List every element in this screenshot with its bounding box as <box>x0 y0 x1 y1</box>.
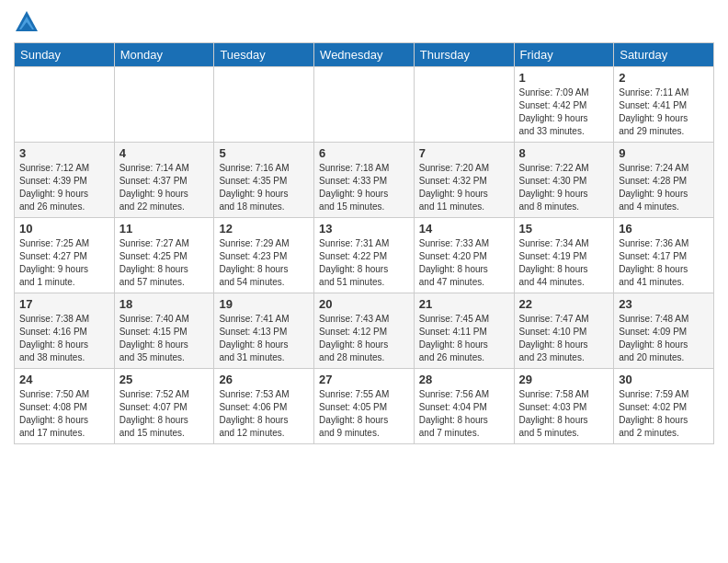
calendar-cell: 4Sunrise: 7:14 AM Sunset: 4:37 PM Daylig… <box>114 143 214 218</box>
day-info: Sunrise: 7:22 AM Sunset: 4:30 PM Dayligh… <box>519 162 609 213</box>
day-number: 28 <box>419 373 509 386</box>
day-info: Sunrise: 7:56 AM Sunset: 4:04 PM Dayligh… <box>419 388 509 440</box>
day-number: 15 <box>519 222 609 236</box>
calendar-cell: 18Sunrise: 7:40 AM Sunset: 4:15 PM Dayli… <box>114 293 214 369</box>
day-info: Sunrise: 7:14 AM Sunset: 4:37 PM Dayligh… <box>119 162 210 213</box>
calendar-cell: 9Sunrise: 7:24 AM Sunset: 4:28 PM Daylig… <box>614 143 714 218</box>
day-number: 12 <box>219 222 309 236</box>
day-number: 2 <box>619 71 709 85</box>
day-number: 14 <box>419 222 509 236</box>
day-number: 4 <box>119 146 210 160</box>
day-number: 30 <box>619 373 709 386</box>
day-info: Sunrise: 7:45 AM Sunset: 4:11 PM Dayligh… <box>419 313 509 364</box>
day-number: 9 <box>619 146 709 160</box>
calendar-cell: 30Sunrise: 7:59 AM Sunset: 4:02 PM Dayli… <box>614 369 714 444</box>
day-number: 3 <box>19 146 109 160</box>
calendar-cell: 1Sunrise: 7:09 AM Sunset: 4:42 PM Daylig… <box>514 67 614 143</box>
calendar-week-row: 17Sunrise: 7:38 AM Sunset: 4:16 PM Dayli… <box>15 293 714 369</box>
day-number: 22 <box>519 297 609 311</box>
day-number: 19 <box>219 297 309 311</box>
day-number: 23 <box>619 297 709 311</box>
calendar-cell <box>414 67 514 143</box>
calendar-weekday-header: Sunday <box>15 43 115 67</box>
day-info: Sunrise: 7:31 AM Sunset: 4:22 PM Dayligh… <box>319 237 409 289</box>
day-info: Sunrise: 7:24 AM Sunset: 4:28 PM Dayligh… <box>619 162 709 213</box>
calendar-weekday-header: Friday <box>514 43 614 67</box>
day-number: 6 <box>319 146 409 160</box>
day-info: Sunrise: 7:34 AM Sunset: 4:19 PM Dayligh… <box>519 237 609 289</box>
calendar-header-row: SundayMondayTuesdayWednesdayThursdayFrid… <box>15 43 714 67</box>
day-number: 27 <box>319 373 409 386</box>
day-info: Sunrise: 7:12 AM Sunset: 4:39 PM Dayligh… <box>19 162 109 213</box>
day-info: Sunrise: 7:11 AM Sunset: 4:41 PM Dayligh… <box>619 86 709 138</box>
calendar-cell <box>214 67 314 143</box>
day-info: Sunrise: 7:55 AM Sunset: 4:05 PM Dayligh… <box>319 388 409 440</box>
day-info: Sunrise: 7:59 AM Sunset: 4:02 PM Dayligh… <box>619 388 709 440</box>
day-info: Sunrise: 7:09 AM Sunset: 4:42 PM Dayligh… <box>519 86 609 138</box>
calendar-cell: 28Sunrise: 7:56 AM Sunset: 4:04 PM Dayli… <box>414 369 514 444</box>
day-number: 25 <box>119 373 210 386</box>
calendar-cell: 19Sunrise: 7:41 AM Sunset: 4:13 PM Dayli… <box>214 293 314 369</box>
calendar-cell: 26Sunrise: 7:53 AM Sunset: 4:06 PM Dayli… <box>214 369 314 444</box>
calendar-cell: 12Sunrise: 7:29 AM Sunset: 4:23 PM Dayli… <box>214 218 314 293</box>
logo-icon <box>14 9 40 35</box>
calendar-cell: 7Sunrise: 7:20 AM Sunset: 4:32 PM Daylig… <box>414 143 514 218</box>
calendar-cell: 13Sunrise: 7:31 AM Sunset: 4:22 PM Dayli… <box>314 218 415 293</box>
day-number: 21 <box>419 297 509 311</box>
calendar-cell: 24Sunrise: 7:50 AM Sunset: 4:08 PM Dayli… <box>15 369 115 444</box>
calendar-cell: 15Sunrise: 7:34 AM Sunset: 4:19 PM Dayli… <box>514 218 614 293</box>
day-info: Sunrise: 7:58 AM Sunset: 4:03 PM Dayligh… <box>519 388 609 440</box>
calendar-cell <box>15 67 115 143</box>
calendar-weekday-header: Saturday <box>614 43 714 67</box>
day-info: Sunrise: 7:48 AM Sunset: 4:09 PM Dayligh… <box>619 313 709 364</box>
day-number: 10 <box>19 222 109 236</box>
day-info: Sunrise: 7:47 AM Sunset: 4:10 PM Dayligh… <box>519 313 609 364</box>
logo <box>14 9 43 35</box>
day-info: Sunrise: 7:52 AM Sunset: 4:07 PM Dayligh… <box>119 388 210 440</box>
day-number: 29 <box>519 373 609 386</box>
day-number: 24 <box>19 373 109 386</box>
calendar-weekday-header: Wednesday <box>314 43 415 67</box>
calendar-week-row: 3Sunrise: 7:12 AM Sunset: 4:39 PM Daylig… <box>15 143 714 218</box>
day-info: Sunrise: 7:27 AM Sunset: 4:25 PM Dayligh… <box>119 237 210 289</box>
calendar-cell: 14Sunrise: 7:33 AM Sunset: 4:20 PM Dayli… <box>414 218 514 293</box>
calendar-weekday-header: Thursday <box>414 43 514 67</box>
day-number: 7 <box>419 146 509 160</box>
day-info: Sunrise: 7:16 AM Sunset: 4:35 PM Dayligh… <box>219 162 309 213</box>
day-number: 8 <box>519 146 609 160</box>
calendar-cell: 25Sunrise: 7:52 AM Sunset: 4:07 PM Dayli… <box>114 369 214 444</box>
day-number: 11 <box>119 222 210 236</box>
day-info: Sunrise: 7:20 AM Sunset: 4:32 PM Dayligh… <box>419 162 509 213</box>
day-number: 13 <box>319 222 409 236</box>
calendar-cell: 3Sunrise: 7:12 AM Sunset: 4:39 PM Daylig… <box>15 143 115 218</box>
day-info: Sunrise: 7:43 AM Sunset: 4:12 PM Dayligh… <box>319 313 409 364</box>
day-info: Sunrise: 7:40 AM Sunset: 4:15 PM Dayligh… <box>119 313 210 364</box>
day-number: 16 <box>619 222 709 236</box>
calendar-cell <box>314 67 415 143</box>
calendar-cell: 8Sunrise: 7:22 AM Sunset: 4:30 PM Daylig… <box>514 143 614 218</box>
calendar-cell: 2Sunrise: 7:11 AM Sunset: 4:41 PM Daylig… <box>614 67 714 143</box>
day-info: Sunrise: 7:25 AM Sunset: 4:27 PM Dayligh… <box>19 237 109 289</box>
day-info: Sunrise: 7:29 AM Sunset: 4:23 PM Dayligh… <box>219 237 309 289</box>
calendar-cell: 22Sunrise: 7:47 AM Sunset: 4:10 PM Dayli… <box>514 293 614 369</box>
calendar-week-row: 1Sunrise: 7:09 AM Sunset: 4:42 PM Daylig… <box>15 67 714 143</box>
calendar-cell: 21Sunrise: 7:45 AM Sunset: 4:11 PM Dayli… <box>414 293 514 369</box>
day-info: Sunrise: 7:41 AM Sunset: 4:13 PM Dayligh… <box>219 313 309 364</box>
page-header <box>14 9 714 35</box>
day-number: 17 <box>19 297 109 311</box>
day-info: Sunrise: 7:50 AM Sunset: 4:08 PM Dayligh… <box>19 388 109 440</box>
day-info: Sunrise: 7:18 AM Sunset: 4:33 PM Dayligh… <box>319 162 409 213</box>
calendar-cell: 29Sunrise: 7:58 AM Sunset: 4:03 PM Dayli… <box>514 369 614 444</box>
calendar-weekday-header: Tuesday <box>214 43 314 67</box>
day-info: Sunrise: 7:36 AM Sunset: 4:17 PM Dayligh… <box>619 237 709 289</box>
calendar-cell: 17Sunrise: 7:38 AM Sunset: 4:16 PM Dayli… <box>15 293 115 369</box>
calendar-weekday-header: Monday <box>114 43 214 67</box>
calendar-week-row: 10Sunrise: 7:25 AM Sunset: 4:27 PM Dayli… <box>15 218 714 293</box>
calendar-table: SundayMondayTuesdayWednesdayThursdayFrid… <box>14 42 714 444</box>
day-number: 5 <box>219 146 309 160</box>
day-number: 20 <box>319 297 409 311</box>
calendar-cell <box>114 67 214 143</box>
day-info: Sunrise: 7:33 AM Sunset: 4:20 PM Dayligh… <box>419 237 509 289</box>
calendar-week-row: 24Sunrise: 7:50 AM Sunset: 4:08 PM Dayli… <box>15 369 714 444</box>
calendar-cell: 5Sunrise: 7:16 AM Sunset: 4:35 PM Daylig… <box>214 143 314 218</box>
